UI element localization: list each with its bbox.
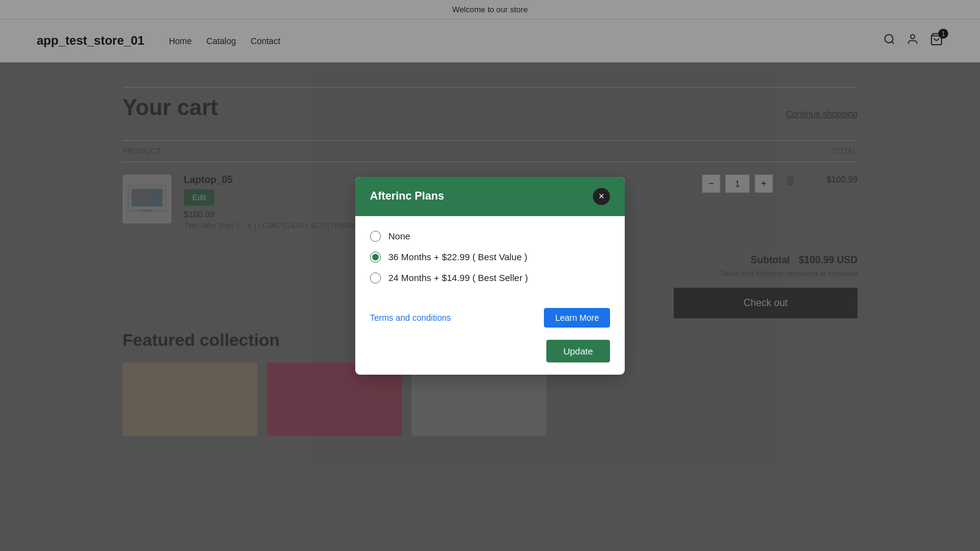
plan-24months-label: 24 Months + $14.99 ( Best Seller ) xyxy=(388,272,528,283)
afterinc-modal: Afterinc Plans × None 36 Months + $22.99… xyxy=(355,177,625,375)
plan-36months-label: 36 Months + $22.99 ( Best Value ) xyxy=(388,252,527,262)
page-background: Your cart Continue shopping PRODUCT TOTA… xyxy=(0,62,980,551)
update-button[interactable]: Update xyxy=(546,340,610,362)
terms-link[interactable]: Terms and conditions xyxy=(370,313,451,323)
plan-none-label: None xyxy=(388,231,410,241)
radio-36months[interactable] xyxy=(370,252,381,263)
update-btn-row: Update xyxy=(355,340,625,375)
modal-footer: Terms and conditions Learn More xyxy=(355,308,625,340)
modal-overlay: Afterinc Plans × None 36 Months + $22.99… xyxy=(0,0,980,551)
radio-none[interactable] xyxy=(370,231,381,242)
plan-option-24months[interactable]: 24 Months + $14.99 ( Best Seller ) xyxy=(370,272,610,283)
modal-title: Afterinc Plans xyxy=(370,190,444,203)
modal-close-button[interactable]: × xyxy=(593,188,610,205)
plan-option-none[interactable]: None xyxy=(370,231,610,242)
modal-header: Afterinc Plans × xyxy=(355,177,625,216)
plan-option-36months[interactable]: 36 Months + $22.99 ( Best Value ) xyxy=(370,252,610,263)
learn-more-button[interactable]: Learn More xyxy=(544,308,610,328)
radio-24months[interactable] xyxy=(370,272,381,283)
modal-body: None 36 Months + $22.99 ( Best Value ) 2… xyxy=(355,216,625,308)
